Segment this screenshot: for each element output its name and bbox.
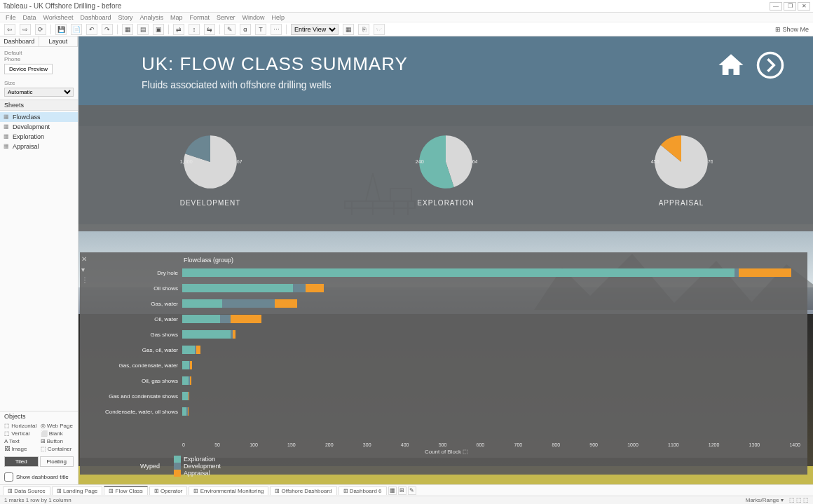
sidebar-tab-layout[interactable]: Layout (39, 36, 78, 46)
object-item[interactable]: ⬚ Vertical (4, 430, 38, 437)
menu-worksheet[interactable]: Worksheet (43, 14, 74, 21)
maximize-button[interactable]: ❐ (784, 2, 796, 11)
bar-track[interactable] (182, 299, 800, 308)
show-me-button[interactable]: ⊞ Show Me (775, 26, 809, 33)
worksheet-tab[interactable]: ⊞ Dashboard 6 (339, 486, 387, 495)
bar-segment-development[interactable] (293, 284, 306, 292)
toolbar-button[interactable]: ɑ (240, 24, 251, 35)
bar-segment-development[interactable] (220, 315, 231, 323)
status-dropdown[interactable]: Marks/Range ▾ (746, 497, 784, 503)
menu-data[interactable]: Data (23, 14, 36, 21)
bar-segment-development[interactable] (222, 299, 275, 308)
bar-segment-exploration[interactable] (182, 299, 222, 308)
bar-track[interactable] (182, 268, 800, 277)
worksheet-tab[interactable]: ⊞ Operator (149, 486, 188, 495)
bar-track[interactable] (182, 284, 800, 292)
toolbar-button[interactable]: T (255, 24, 266, 35)
bar-segment-exploration[interactable] (182, 376, 189, 385)
bar-segment-exploration[interactable] (182, 392, 188, 400)
show-title-checkbox[interactable] (4, 472, 13, 482)
bar-segment-appraisal[interactable] (233, 330, 235, 339)
home-icon[interactable] (716, 50, 746, 80)
bar-segment-appraisal[interactable] (739, 268, 792, 277)
worksheet-tab[interactable]: ⊞ Offshore Dashboard (270, 486, 336, 495)
bar-track[interactable] (182, 392, 800, 400)
bar-segment-appraisal[interactable] (306, 284, 323, 292)
bar-track[interactable] (182, 346, 800, 354)
menu-map[interactable]: Map (170, 14, 183, 21)
menu-story[interactable]: Story (118, 14, 132, 21)
bar-segment-appraisal[interactable] (190, 361, 192, 369)
device-preview-button[interactable]: Device Preview (4, 64, 53, 74)
toolbar-button[interactable]: 📄 (71, 24, 82, 35)
bar-segment-appraisal[interactable] (188, 407, 189, 416)
fit-select[interactable]: Entire View (291, 24, 339, 35)
bar-segment-appraisal[interactable] (189, 392, 189, 400)
sheet-item-exploration[interactable]: Exploration (0, 132, 78, 142)
toolbar-button[interactable]: ▦ (343, 24, 354, 35)
toolbar-button[interactable]: ↶ (86, 24, 97, 35)
toolbar-button[interactable]: ▦ (122, 24, 133, 35)
legend-item-development[interactable]: Development (174, 463, 221, 470)
toolbar-button[interactable]: ⇦ (4, 24, 15, 35)
sidebar-tab-dashboard[interactable]: Dashboard (0, 36, 39, 46)
bar-track[interactable] (182, 376, 800, 385)
bar-segment-exploration[interactable] (182, 346, 195, 354)
bar-segment-exploration[interactable] (182, 268, 735, 277)
size-select[interactable]: Automatic (4, 88, 74, 97)
legend-item-appraisal[interactable]: Appraisal (174, 470, 221, 477)
bar-track[interactable] (182, 330, 800, 339)
object-item[interactable]: ⊞ Button (41, 438, 74, 444)
bar-segment-exploration[interactable] (182, 284, 293, 292)
toolbar-button[interactable]: ✎ (224, 24, 235, 35)
bar-segment-appraisal[interactable] (190, 376, 191, 385)
menu-window[interactable]: Window (242, 14, 265, 21)
bar-segment-appraisal[interactable] (275, 299, 297, 308)
toolbar-button[interactable]: ⎘ (358, 24, 369, 35)
toolbar-button[interactable]: 💾 (55, 24, 67, 35)
toolbar-button[interactable]: ⋯ (271, 24, 282, 35)
menu-format[interactable]: Format (189, 14, 210, 21)
legend-item-exploration[interactable]: Exploration (174, 456, 221, 463)
minimize-button[interactable]: — (770, 2, 782, 11)
pie-appraisal[interactable]: 45676APPRAISAL (650, 130, 713, 207)
tab-data-source[interactable]: ⊞ Data Source (3, 486, 50, 495)
object-item[interactable]: ⬚ Horizontal (4, 423, 38, 429)
sheet-item-development[interactable]: Development (0, 122, 78, 132)
bar-track[interactable] (182, 407, 800, 416)
toolbar-button[interactable]: ⇄ (173, 24, 184, 35)
bar-segment-exploration[interactable] (182, 315, 220, 323)
menu-file[interactable]: File (6, 14, 16, 21)
bar-track[interactable] (182, 315, 800, 323)
sheet-item-flowclass[interactable]: Flowclass (0, 112, 78, 122)
toolbar-button[interactable]: ⟳ (35, 24, 46, 35)
new-sheet-button[interactable]: ▦ (388, 486, 397, 495)
menu-server[interactable]: Server (217, 14, 235, 21)
toolbar-button[interactable]: ☞ (374, 24, 385, 35)
pie-exploration[interactable]: 240647EXPLORATION (414, 130, 477, 207)
options-handle[interactable]: ▾ (81, 266, 91, 273)
tiled-toggle[interactable]: Tiled (4, 456, 39, 467)
remove-handle[interactable]: ✕ (81, 255, 91, 263)
drag-handle[interactable]: ⋮ (81, 276, 91, 284)
bar-segment-exploration[interactable] (182, 361, 189, 369)
object-item[interactable]: ◎ Web Page (41, 423, 74, 429)
bar-segment-exploration[interactable] (182, 330, 231, 339)
pie-development[interactable]: 1,00067DEVELOPMENT (179, 130, 242, 207)
worksheet-tab[interactable]: ⊞ Landing Page (52, 486, 103, 495)
toolbar-button[interactable]: ⇨ (20, 24, 31, 35)
next-icon[interactable] (756, 50, 785, 80)
menu-analysis[interactable]: Analysis (139, 14, 163, 21)
sheet-item-appraisal[interactable]: Appraisal (0, 142, 78, 151)
object-item[interactable]: 🖼 Image (4, 446, 38, 452)
toolbar-button[interactable]: ↕ (189, 24, 200, 35)
worksheet-tab[interactable]: ⊞ Environmental Monitoring (189, 486, 268, 495)
menu-dashboard[interactable]: Dashboard (80, 14, 111, 21)
object-item[interactable]: ⬜ Blank (41, 430, 74, 437)
toolbar-button[interactable]: ⇆ (204, 24, 215, 35)
status-icons[interactable]: ⬚ ⬚ ⬚ (789, 497, 809, 503)
object-item[interactable]: A Text (4, 438, 38, 444)
object-item[interactable]: ⬚ Container (41, 446, 74, 452)
bar-segment-appraisal[interactable] (196, 346, 200, 354)
bar-track[interactable] (182, 361, 800, 369)
